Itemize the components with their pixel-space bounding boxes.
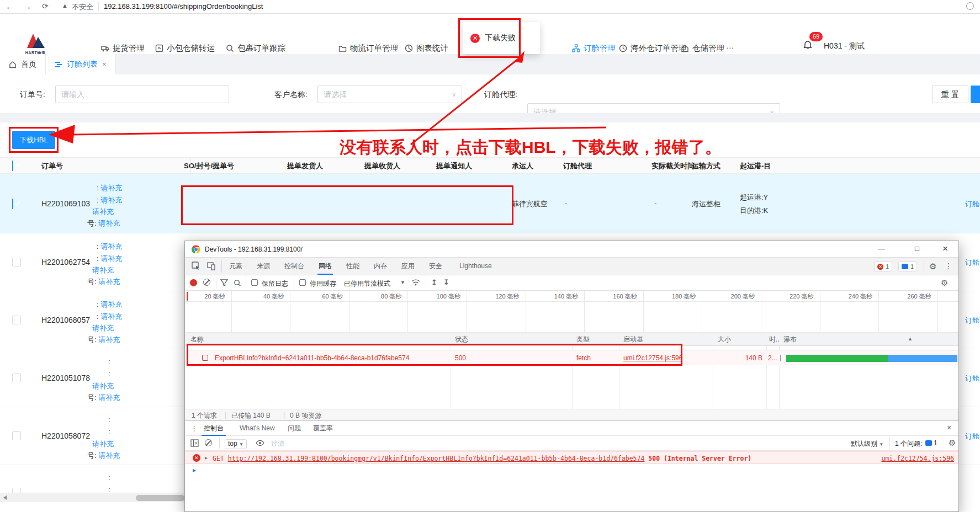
filter-funnel-icon[interactable]: [220, 279, 228, 288]
fill-in-link[interactable]: 请补充: [100, 184, 122, 192]
reset-button[interactable]: 重 置: [932, 86, 968, 103]
tab-console[interactable]: 控制台: [283, 258, 305, 275]
kebab-menu-icon[interactable]: ⋮: [945, 262, 952, 270]
drawer-tab-whats-new[interactable]: What's New: [237, 421, 277, 436]
fill-in-link[interactable]: 请补充: [92, 324, 114, 332]
js-context-select[interactable]: top ▼: [225, 439, 247, 449]
console-sidebar-icon[interactable]: [190, 439, 199, 449]
row-checkbox[interactable]: [12, 316, 21, 324]
devtools-titlebar[interactable]: DevTools - 192.168.31.199:8100/ — □ ×: [185, 241, 958, 258]
drawer-tab-console[interactable]: 控制台: [202, 421, 226, 436]
browser-back-icon[interactable]: ←: [6, 2, 14, 11]
row-action-link[interactable]: 订舱: [965, 374, 979, 383]
clear-console-icon[interactable]: [205, 439, 212, 446]
preserve-log-checkbox[interactable]: [251, 279, 258, 286]
console-error-row[interactable]: ✕ ▸ GET http://192.168.31.199:8100/booki…: [185, 451, 958, 464]
col-waterfall[interactable]: 瀑布: [783, 335, 797, 344]
message-count-badge[interactable]: 1: [898, 262, 917, 271]
drawer-close-icon[interactable]: ×: [947, 423, 951, 432]
import-har-icon[interactable]: ↥: [431, 278, 437, 286]
minimize-icon[interactable]: —: [878, 244, 885, 253]
fill-in-link[interactable]: 请补充: [100, 300, 122, 308]
drawer-tab-issues[interactable]: 问题: [285, 421, 303, 436]
export-har-icon[interactable]: ↧: [443, 278, 449, 286]
close-icon[interactable]: ×: [942, 243, 948, 254]
issues-count-badge[interactable]: 1: [925, 439, 937, 447]
tab-performance[interactable]: 性能: [345, 258, 361, 275]
search-button-clipped[interactable]: [971, 86, 980, 103]
inspect-element-icon[interactable]: [192, 262, 200, 272]
browser-reload-icon[interactable]: ⟳: [42, 2, 49, 10]
browser-forward-icon[interactable]: →: [23, 2, 31, 11]
table-row[interactable]: : :: [0, 465, 184, 493]
row-action-link[interactable]: 订舱: [965, 316, 979, 326]
fill-in-link[interactable]: 请补充: [98, 451, 120, 460]
network-overview-strip[interactable]: [185, 302, 958, 333]
fill-in-link[interactable]: 请补充: [92, 382, 114, 390]
throttling-select[interactable]: 已停用节流模式: [344, 279, 390, 289]
row-action-link[interactable]: 订舱: [965, 199, 979, 209]
issues-label[interactable]: 1 个问题:: [895, 439, 922, 449]
record-icon[interactable]: [190, 279, 197, 286]
expand-triangle-icon[interactable]: ▸: [205, 455, 208, 461]
console-filter-input[interactable]: [269, 438, 412, 449]
fill-in-link[interactable]: 请补充: [92, 207, 114, 216]
scrollbar-thumb[interactable]: [136, 495, 184, 501]
nav-more-ellipsis[interactable]: …: [726, 38, 734, 54]
tab-network[interactable]: 网络: [317, 258, 333, 275]
row-action-link[interactable]: 订舱: [965, 258, 979, 268]
address-bar[interactable]: 192.168.31.199:8100/#/shippingOrder/book…: [104, 2, 263, 10]
devtools-window[interactable]: DevTools - 192.168.31.199:8100/ — □ × 元素…: [184, 241, 959, 512]
device-toolbar-icon[interactable]: [207, 262, 216, 272]
col-time[interactable]: 时..: [769, 335, 780, 344]
clear-icon[interactable]: [203, 279, 210, 286]
notification-bell-icon[interactable]: [803, 40, 812, 52]
error-count-badge[interactable]: ✕1: [874, 262, 892, 271]
row-checkbox[interactable]: [12, 199, 13, 209]
row-checkbox[interactable]: [12, 488, 21, 493]
scroll-left-arrow-icon[interactable]: [3, 495, 7, 500]
log-level-select[interactable]: 默认级别 ▼: [851, 439, 883, 449]
fill-in-link[interactable]: 请补充: [98, 219, 120, 227]
fill-in-link[interactable]: 请补充: [100, 196, 122, 204]
row-checkbox[interactable]: [12, 258, 21, 266]
error-url-link[interactable]: http://192.168.31.199:8100/bookingmgr/v1…: [228, 455, 645, 462]
tab-memory[interactable]: 内存: [373, 258, 388, 275]
search-icon[interactable]: [234, 279, 241, 289]
tab-home[interactable]: 首页: [0, 54, 46, 74]
error-source-link[interactable]: umi.f2c12754.js:596: [881, 455, 954, 462]
col-status[interactable]: 状态: [455, 335, 468, 344]
tab-security[interactable]: 安全: [428, 258, 443, 275]
settings-gear-icon[interactable]: ⚙: [929, 262, 936, 271]
fill-in-link[interactable]: 请补充: [100, 312, 122, 321]
tab-lighthouse[interactable]: Lighthouse: [458, 258, 493, 275]
fill-in-link[interactable]: 请补充: [98, 393, 120, 402]
col-size[interactable]: 大小: [718, 335, 731, 344]
fill-in-link[interactable]: 请补充: [100, 242, 122, 250]
drawer-tab-coverage[interactable]: 覆盖率: [311, 421, 335, 436]
row-checkbox[interactable]: [12, 374, 21, 382]
col-type[interactable]: 类型: [576, 335, 590, 344]
close-tab-icon[interactable]: ×: [102, 60, 107, 68]
fill-in-link[interactable]: 请补充: [98, 278, 120, 286]
fill-in-link[interactable]: 请补充: [92, 266, 114, 274]
sort-asc-icon[interactable]: ▲: [908, 336, 913, 342]
disable-cache-checkbox[interactable]: [299, 279, 306, 286]
eye-icon[interactable]: [256, 440, 264, 448]
fill-in-link[interactable]: 请补充: [100, 254, 122, 263]
tab-elements[interactable]: 元素: [228, 258, 243, 275]
tab-application[interactable]: 应用: [400, 258, 416, 275]
network-conditions-icon[interactable]: [411, 279, 420, 288]
horizontal-scrollbar[interactable]: [0, 493, 184, 502]
maximize-icon[interactable]: □: [915, 244, 919, 253]
customer-select[interactable]: 请选择 ∨: [317, 86, 462, 103]
col-initiator[interactable]: 启动器: [623, 335, 643, 344]
network-settings-gear-icon[interactable]: ⚙: [941, 278, 948, 288]
console-settings-gear-icon[interactable]: ⚙: [949, 438, 956, 448]
row-checkbox[interactable]: [12, 431, 21, 440]
tab-booking-list[interactable]: 订舱列表 ×: [46, 54, 116, 74]
user-account[interactable]: H031 - 测试: [824, 41, 865, 51]
drawer-kebab-icon[interactable]: ⋮: [190, 424, 198, 433]
select-all-checkbox[interactable]: [12, 161, 13, 171]
app-logo[interactable]: HART物流: [24, 34, 46, 56]
